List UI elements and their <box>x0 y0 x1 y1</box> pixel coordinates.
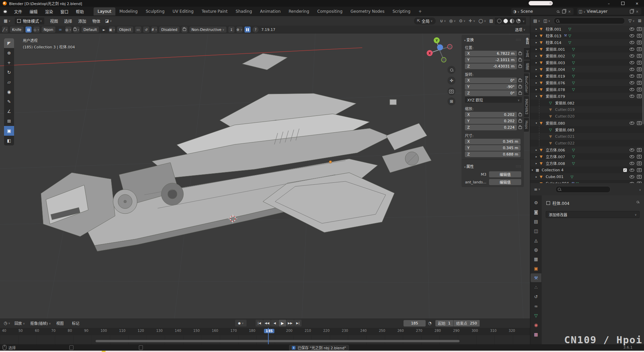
n-panel-tab[interactable]: 工具 <box>524 48 530 60</box>
workspace-tab[interactable]: Sculpting <box>142 7 168 15</box>
outliner-row[interactable]: ▸ 柱体.001 ⚒ ▽ ✓ <box>530 26 644 32</box>
timeline-menu-item[interactable]: 视图 <box>54 319 69 327</box>
timeline-tracks[interactable] <box>0 335 530 344</box>
expand-arrow-icon[interactable]: ▸ <box>536 162 540 165</box>
apply-icon[interactable]: ↧ <box>228 27 234 33</box>
disable-render-icon[interactable] <box>637 81 642 85</box>
hide-eye-icon[interactable] <box>630 48 634 51</box>
workspace-tab[interactable]: + <box>415 7 426 15</box>
tool-button[interactable]: ⊕ <box>4 48 14 58</box>
workspace-tab[interactable]: Texture Paint <box>198 7 231 15</box>
disable-render-icon[interactable] <box>637 61 642 64</box>
collection-checkbox[interactable]: ✓ <box>623 168 627 172</box>
outliner-row[interactable]: ▸ 爱丽丝.076 ⚒ ▽ ✓ <box>530 79 644 86</box>
object-name[interactable]: 柱体.014 <box>546 40 561 45</box>
outliner-editor-icon[interactable]: ▤ <box>532 17 542 24</box>
hide-eye-icon[interactable] <box>630 162 634 165</box>
rotation-field[interactable]: Z0° <box>465 90 517 96</box>
help-icon[interactable]: ? <box>253 27 259 33</box>
close-button[interactable]: × <box>630 0 644 7</box>
zoom-icon[interactable] <box>447 66 455 74</box>
properties-search-input[interactable] <box>555 186 610 193</box>
properties-options-chevron[interactable] <box>638 187 641 192</box>
snap-grid-icon[interactable]: # <box>151 27 157 33</box>
object-name[interactable]: 爱丽丝.078 <box>546 87 565 92</box>
object-name[interactable]: 爱丽丝.003 <box>546 60 565 65</box>
target-mode-icon[interactable]: ◎ <box>65 27 71 33</box>
spiral-icon[interactable]: ↺ <box>143 27 149 33</box>
solid-shading-icon[interactable] <box>503 19 508 23</box>
outliner-display-mode-icon[interactable]: ◫ <box>542 17 552 24</box>
playhead[interactable] <box>268 328 269 344</box>
workspace-tab[interactable]: Rendering <box>285 7 313 15</box>
view-layer-selector[interactable]: ◫ ViewLayer × <box>577 8 641 15</box>
settings-gear-icon[interactable]: ⚙ <box>236 27 243 33</box>
edit-value-button[interactable]: 编辑值 <box>489 171 521 177</box>
tool-button[interactable]: ▣ <box>4 126 14 136</box>
timeline-scrollbar[interactable] <box>96 340 460 342</box>
properties-tab[interactable]: ▽ <box>531 311 541 320</box>
outliner-row[interactable]: ▸ 爱丽丝.078 ⚒ ▽ ✓ <box>530 86 644 93</box>
tool-button[interactable]: ✎ <box>4 97 14 106</box>
maximize-button[interactable] <box>616 0 630 7</box>
current-frame-field[interactable]: 185 <box>404 320 426 326</box>
location-field[interactable]: Z-0.43031 m <box>465 63 517 69</box>
remove-view-layer-icon[interactable]: × <box>636 10 639 13</box>
disable-render-icon[interactable] <box>637 155 642 159</box>
link-icon[interactable]: ∞ <box>57 27 63 33</box>
stopwatch-icon[interactable]: ◔ <box>428 321 431 325</box>
gizmo-toggle-icon[interactable]: ✛ <box>467 17 477 24</box>
hide-eye-icon[interactable] <box>630 169 634 172</box>
mode-options-icon[interactable]: ◪ <box>103 17 113 24</box>
new-view-layer-icon[interactable] <box>630 10 633 13</box>
expand-arrow-icon[interactable]: ▸ <box>536 81 540 84</box>
pivot-field[interactable]: Default <box>82 27 99 33</box>
menu-item[interactable]: 渲染 <box>41 7 57 16</box>
wireframe-shading-icon[interactable] <box>497 19 501 23</box>
rotation-field[interactable]: Y-90° <box>465 84 517 90</box>
object-name[interactable]: 爱丽丝.079 <box>546 93 565 99</box>
disable-render-icon[interactable] <box>637 162 642 165</box>
expand-arrow-icon[interactable]: ▸ <box>536 34 540 37</box>
object-name[interactable]: 爱丽丝.001 <box>546 46 565 52</box>
disable-render-icon[interactable] <box>637 41 642 44</box>
object-name[interactable]: 爱丽丝.019 <box>546 73 565 79</box>
playback-button[interactable]: ▶ <box>279 320 286 326</box>
expand-arrow-icon[interactable]: ▸ <box>536 28 540 31</box>
rendered-shading-icon[interactable] <box>516 19 521 23</box>
n-panel-tab[interactable]: 条目 <box>524 35 530 47</box>
properties-editor-icon[interactable]: ≡ <box>532 186 542 193</box>
menu-item[interactable]: 窗口 <box>57 7 72 16</box>
dimension-field[interactable]: Y0.345 m <box>465 145 521 151</box>
outliner-row[interactable]: ▸ 立方体.007 ⚒ ▽ ✓ <box>530 153 644 160</box>
lock-pivot-icon[interactable] <box>73 27 79 33</box>
cursor-snap-icon[interactable]: ► <box>101 27 107 33</box>
workspace-tab[interactable]: Scripting <box>388 7 414 15</box>
outliner-row[interactable]: ▸ 柱体.013 ⚒ ▽ ✓ <box>530 32 644 39</box>
boolean-mode-dropdown[interactable]: Non-Destructive <box>190 27 226 33</box>
tool-button[interactable]: ◉ <box>4 87 14 97</box>
viewport-menu-item[interactable]: 选择 <box>61 17 75 25</box>
tool-button[interactable]: ◤ <box>4 38 14 48</box>
object-name[interactable]: 立方体.007 <box>546 154 565 159</box>
expand-arrow-icon[interactable]: ▸ <box>536 148 540 151</box>
hide-eye-icon[interactable] <box>630 81 634 84</box>
hide-eye-icon[interactable] <box>630 155 634 158</box>
object-name[interactable]: 爱丽丝.076 <box>546 80 565 85</box>
object-name[interactable]: 柱体.001 <box>546 26 561 32</box>
properties-tab[interactable]: ◫ <box>531 226 541 235</box>
outliner-search-input[interactable] <box>554 17 625 24</box>
dimension-field[interactable]: Z0.688 m <box>465 151 521 157</box>
lock-icon[interactable] <box>519 59 522 61</box>
object-name[interactable]: 爱丽丝.004 <box>546 67 565 72</box>
save-notification[interactable]: i 已保存 "光之剑 nbj 2.blend" <box>289 345 349 351</box>
location-field[interactable]: X6.7822 m <box>465 51 517 56</box>
object-name[interactable]: 爱丽丝.083 <box>555 127 575 132</box>
object-name[interactable]: 爱丽丝.002 <box>546 53 565 58</box>
object-name[interactable]: Cutter.019 <box>555 107 575 112</box>
lock-icon[interactable] <box>519 126 522 129</box>
outliner-row[interactable]: ▸ 柱体.014 ⚒ ▽ ✓ <box>530 39 644 46</box>
outliner-row[interactable]: Cutter.021 ⚒ ▽ ✓ <box>530 133 644 140</box>
mode-dropdown[interactable]: 物体模式 <box>15 17 44 25</box>
object-name[interactable]: 柱体.013 <box>546 33 561 38</box>
